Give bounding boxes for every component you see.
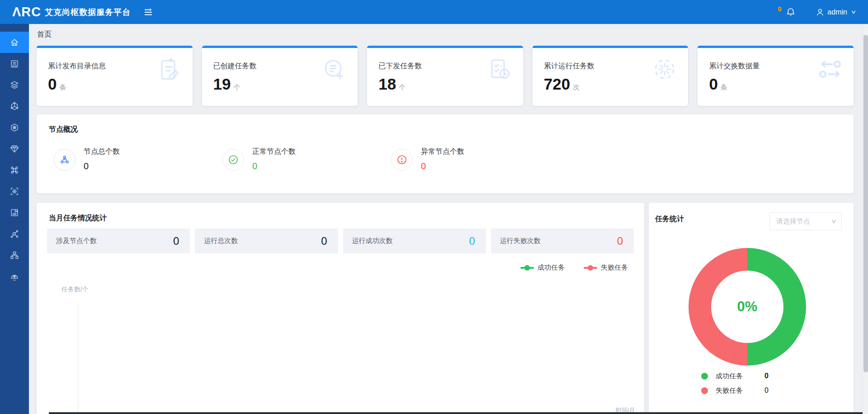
- document-list-icon: [9, 59, 19, 69]
- sidebar-item-tasks[interactable]: [0, 159, 29, 181]
- stat-box-failed-runs: 运行失败次数 0: [491, 228, 634, 253]
- monthly-task-panel: 当月任务情况统计 涉及节点个数 0 运行总次数 0 运行成功次数 0 运行失败次…: [37, 203, 644, 414]
- node-abnormal-icon: [391, 149, 413, 171]
- monthly-stat-boxes: 涉及节点个数 0 运行总次数 0 运行成功次数 0 运行失败次数 0: [47, 228, 634, 253]
- node-overview-panel: 节点概况 节点总个数 0: [37, 114, 854, 193]
- card-data-exchanged: 累计交换数据量 0条: [698, 46, 854, 106]
- task-dispatched-icon: [485, 55, 514, 84]
- node-total-value: 0: [84, 161, 120, 171]
- sidebar-item-archive[interactable]: [0, 202, 29, 223]
- node-abnormal-value: 0: [421, 161, 464, 171]
- notification-bell-button[interactable]: [786, 7, 796, 17]
- card-title: 累计发布目录信息: [48, 62, 106, 71]
- stat-box-nodes-involved: 涉及节点个数 0: [47, 228, 190, 253]
- donut-legend-success[interactable]: 成功任务 0: [701, 371, 769, 381]
- node-select-placeholder: 请选择节点: [776, 217, 810, 226]
- card-unit: 个: [234, 83, 241, 91]
- stat-box-value: 0: [469, 235, 475, 247]
- card-tasks-run: 累计运行任务数 720次: [533, 46, 689, 106]
- y-axis-label: 任务数/个: [61, 286, 89, 294]
- card-unit: 次: [573, 83, 580, 91]
- node-total-group: 节点总个数 0: [54, 147, 222, 171]
- task-stats-title: 任务统计: [655, 214, 684, 224]
- legend-dot-green: [701, 373, 708, 380]
- card-title: 已下发任务数: [378, 62, 422, 71]
- main-content: 首页 累计发布目录信息 0条 已创建任务数 19个 已下发任: [29, 24, 868, 414]
- sidebar-item-monitor[interactable]: [0, 181, 29, 202]
- node-overview-title: 节点概况: [49, 125, 78, 134]
- card-value: 18: [378, 75, 396, 93]
- target-scan-icon: [9, 186, 19, 196]
- stat-box-value: 0: [617, 235, 623, 247]
- sidebar-item-catalog[interactable]: [0, 53, 29, 74]
- task-running-icon: [650, 55, 679, 84]
- stat-box-label: 运行总次数: [204, 237, 238, 245]
- sidebar-item-alerts[interactable]: [0, 266, 29, 287]
- layers-icon: [9, 80, 19, 90]
- stat-box-total-runs: 运行总次数 0: [195, 228, 338, 253]
- card-unit: 条: [59, 83, 66, 91]
- card-tasks-created: 已创建任务数 19个: [202, 46, 358, 106]
- sidebar-item-topology[interactable]: [0, 244, 29, 266]
- legend-value: 0: [764, 386, 769, 395]
- donut-center-percent: 0%: [737, 299, 758, 315]
- card-value: 0: [709, 75, 717, 93]
- node-total-icon: [54, 149, 75, 171]
- app-title: 艾克尚枢数据服务平台: [45, 7, 131, 18]
- node-normal-group: 正常节点个数 0: [222, 147, 391, 171]
- stat-box-success-runs: 运行成功次数 0: [343, 228, 486, 253]
- card-tasks-dispatched: 已下发任务数 18个: [367, 46, 523, 106]
- card-value: 0: [48, 75, 57, 93]
- chevron-down-icon: ∨: [851, 9, 857, 15]
- card-value: 19: [213, 75, 231, 93]
- sitemap-icon: [9, 250, 19, 260]
- bell-icon: [786, 7, 796, 17]
- card-title: 累计运行任务数: [544, 62, 594, 71]
- sidebar-nav: [0, 24, 29, 414]
- stat-box-label: 运行失败次数: [500, 237, 541, 245]
- app-header: ΛRC 艾克尚枢数据服务平台 0 admin ∨: [0, 0, 868, 24]
- collapse-menu-button[interactable]: [143, 7, 153, 17]
- legend-failed-tasks[interactable]: 失败任务: [584, 263, 628, 272]
- command-icon: [9, 165, 19, 175]
- node-select-dropdown[interactable]: 请选择节点 ∨: [769, 212, 842, 230]
- legend-success-tasks[interactable]: 成功任务: [520, 263, 565, 272]
- task-donut-chart: 0%: [689, 248, 806, 366]
- user-menu-button[interactable]: admin ∨: [816, 8, 855, 17]
- molecule-share-icon: [9, 229, 19, 239]
- task-created-icon: [320, 55, 349, 84]
- sidebar-item-services[interactable]: [0, 117, 29, 138]
- card-title: 累计交换数据量: [709, 62, 760, 71]
- catalog-publish-icon: [155, 55, 184, 84]
- legend-label: 失败任务: [601, 263, 628, 272]
- sidebar-item-home[interactable]: [0, 32, 29, 53]
- sidebar-item-resources[interactable]: [0, 74, 29, 95]
- card-unit: 个: [399, 83, 406, 91]
- node-abnormal-label: 异常节点个数: [421, 147, 464, 157]
- legend-label: 失败任务: [716, 386, 764, 395]
- sidebar-item-assets[interactable]: [0, 138, 29, 159]
- stat-box-value: 0: [321, 235, 327, 247]
- card-unit: 条: [721, 83, 727, 91]
- donut-legend-failed[interactable]: 失败任务 0: [701, 385, 769, 395]
- scrollbar-thumb[interactable]: [863, 35, 868, 372]
- stat-box-value: 0: [173, 235, 179, 247]
- donut-legend: 成功任务 0 失败任务 0: [701, 371, 769, 400]
- legend-label: 成功任务: [538, 263, 565, 272]
- sidebar-item-exchange[interactable]: [0, 95, 29, 117]
- user-avatar-icon: [816, 8, 825, 17]
- notification-badge: 0: [778, 5, 782, 13]
- book-archive-icon: [9, 208, 19, 218]
- sidebar-item-lineage[interactable]: [0, 223, 29, 244]
- cube-network-icon: [9, 101, 19, 111]
- legend-dot-red: [701, 387, 708, 394]
- user-name: admin: [827, 8, 847, 16]
- vertical-scrollbar[interactable]: [863, 24, 868, 414]
- bell-alert-icon: [9, 271, 19, 281]
- task-stats-panel: 任务统计 请选择节点 ∨ 0% 成功任务 0 失败任务 0: [649, 203, 854, 414]
- legend-value: 0: [764, 372, 769, 380]
- card-value: 720: [544, 75, 570, 93]
- line-chart-legend: 成功任务 失败任务: [520, 263, 628, 272]
- node-stats-row: 节点总个数 0 正常节点个数 0: [54, 147, 560, 171]
- bottom-clipped-element-edge: [49, 412, 868, 414]
